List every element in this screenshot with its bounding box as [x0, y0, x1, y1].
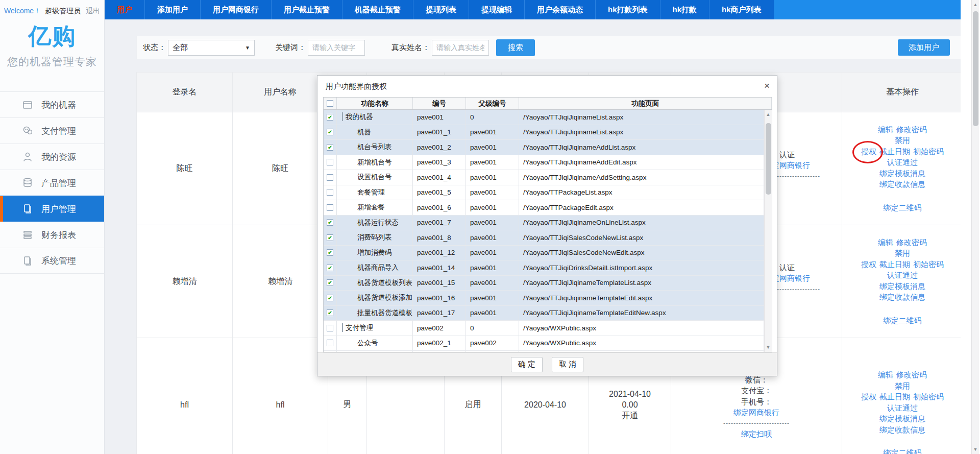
nav-tab[interactable]: 机器截止预警	[342, 0, 413, 19]
action-link[interactable]: 禁用	[895, 381, 910, 390]
action-link[interactable]: 绑定模板消息	[879, 169, 925, 178]
permission-checkbox[interactable]	[327, 174, 333, 181]
cert-text: 认证	[779, 262, 795, 273]
modal-scrollbar-thumb[interactable]	[766, 123, 771, 195]
action-link[interactable]: 认证通过	[887, 271, 918, 279]
action-link[interactable]: 修改密码	[896, 238, 927, 247]
bind-qrcode-link[interactable]: 绑定二维码	[884, 447, 922, 454]
bind-bank-link[interactable]: 绑定网商银行	[733, 407, 779, 418]
action-line: 认证通过	[886, 402, 919, 414]
action-link[interactable]: 初始密码	[913, 147, 944, 156]
page-scrollbar[interactable]: ▲ ▼	[971, 0, 979, 454]
permission-checkbox[interactable]	[327, 189, 333, 196]
bind-qrcode-link[interactable]: 绑定二维码	[884, 202, 922, 213]
permission-checkbox[interactable]	[327, 234, 333, 241]
action-link[interactable]: 编辑	[878, 125, 893, 134]
permission-checkbox[interactable]	[327, 309, 333, 316]
action-link[interactable]: 认证通过	[887, 403, 918, 412]
action-link[interactable]: 禁用	[895, 136, 910, 145]
scroll-up-icon[interactable]: ▲	[765, 112, 772, 117]
logout-link[interactable]: 退出	[86, 7, 100, 15]
keyword-input[interactable]	[308, 40, 365, 56]
nav-tab[interactable]: 提现列表	[413, 0, 469, 19]
action-link[interactable]: 编辑	[878, 370, 893, 379]
authorization-modal: 用户功能界面授权 × 功能名称 编号 父级编号 功能页面 我的机器pave001…	[317, 75, 777, 376]
action-link[interactable]: 修改密码	[896, 125, 927, 134]
action-link[interactable]: 授权	[861, 147, 876, 156]
nav-tab[interactable]: 用户余额动态	[525, 0, 596, 19]
collapse-icon[interactable]	[342, 323, 343, 332]
permission-checkbox[interactable]	[327, 340, 333, 346]
checkbox-cell	[324, 276, 337, 291]
sidebar-item[interactable]: 财务报表	[0, 222, 104, 248]
action-line: 授权截止日期初始密码	[860, 391, 945, 402]
action-link[interactable]: 授权	[861, 260, 876, 269]
modal-scrollbar[interactable]: ▲ ▼	[764, 110, 772, 352]
action-link[interactable]: 禁用	[895, 249, 910, 257]
action-link[interactable]: 初始密码	[913, 260, 944, 269]
bind-qrcode-link[interactable]: 绑定二维码	[884, 315, 922, 326]
nav-tab[interactable]: hk商户列表	[709, 0, 774, 19]
page-scrollbar-thumb[interactable]	[973, 11, 978, 126]
checkbox-cell	[324, 140, 337, 155]
scroll-up-icon[interactable]: ▲	[972, 2, 979, 7]
scroll-down-icon[interactable]: ▼	[765, 345, 772, 350]
search-button[interactable]: 搜索	[496, 39, 535, 56]
sidebar-item[interactable]: 我的机器	[0, 91, 104, 117]
permission-checkbox[interactable]	[327, 295, 333, 301]
modal-footer: 确 定 取 消	[317, 352, 777, 376]
permission-checkbox[interactable]	[327, 249, 333, 256]
permission-checkbox[interactable]	[327, 279, 333, 286]
permission-checkbox[interactable]	[327, 204, 333, 211]
collapse-icon[interactable]	[342, 112, 343, 121]
action-link[interactable]: 绑定收款信息	[879, 425, 925, 434]
sidebar-item[interactable]: 支付管理	[0, 117, 104, 144]
close-icon[interactable]: ×	[764, 80, 770, 91]
action-link[interactable]: 绑定模板消息	[879, 282, 925, 291]
nav-tab[interactable]: 提现编辑	[469, 0, 525, 19]
action-link[interactable]: 绑定模板消息	[879, 414, 925, 423]
nav-tab[interactable]: 用户截止预警	[272, 0, 342, 19]
action-link[interactable]: 截止日期	[879, 147, 910, 156]
permission-checkbox[interactable]	[327, 219, 333, 226]
action-link[interactable]: 编辑	[878, 238, 893, 247]
expire-line: 开通	[589, 410, 671, 421]
nav-tab[interactable]: hk打款列表	[596, 0, 660, 19]
action-link[interactable]: 授权	[861, 392, 876, 401]
status-select[interactable]: 全部 ▼	[168, 40, 255, 56]
checkbox-cell	[324, 291, 337, 305]
nav-tab[interactable]: 用户网商银行	[201, 0, 272, 19]
scroll-down-icon[interactable]: ▼	[972, 447, 979, 452]
bind-scan-link[interactable]: 绑定扫呗	[741, 428, 772, 440]
select-all-checkbox[interactable]	[327, 100, 333, 107]
nav-tab[interactable]: hk打款	[660, 0, 710, 19]
action-link[interactable]: 初始密码	[913, 392, 944, 401]
permission-page-cell: /Yaoyao/TTJiqiSalesCodeNewEdit.aspx	[519, 246, 764, 260]
permission-checkbox[interactable]	[327, 144, 333, 151]
permission-checkbox[interactable]	[327, 159, 333, 165]
permission-checkbox[interactable]	[327, 325, 333, 331]
action-link[interactable]: 认证通过	[887, 158, 918, 166]
action-link[interactable]: 截止日期	[879, 392, 910, 401]
action-line: 禁用	[893, 380, 912, 392]
action-link[interactable]: 修改密码	[896, 370, 927, 379]
permission-checkbox[interactable]	[327, 129, 333, 135]
permission-page-cell: /Yaoyao/TTPackageList.aspx	[519, 185, 764, 200]
realname-input[interactable]	[432, 40, 489, 56]
action-link[interactable]: 截止日期	[879, 260, 910, 269]
nav-tab[interactable]: 添加用户	[145, 0, 201, 19]
sidebar-item[interactable]: 系统管理	[0, 248, 104, 274]
cancel-button[interactable]: 取 消	[552, 357, 583, 372]
confirm-button[interactable]: 确 定	[511, 357, 543, 372]
action-link[interactable]: 绑定收款信息	[879, 293, 925, 301]
add-user-button[interactable]: 添加用户	[898, 39, 950, 56]
sidebar-item[interactable]: 我的资源	[0, 144, 104, 170]
nav-tab[interactable]: 用户	[105, 0, 145, 19]
sidebar-item[interactable]: 产品管理	[0, 170, 104, 196]
permission-name-cell: 机器货道模板添加	[337, 291, 413, 305]
sidebar-item[interactable]: 用户管理	[0, 196, 104, 222]
permission-checkbox[interactable]	[327, 114, 333, 121]
action-link[interactable]: 绑定收款信息	[879, 180, 925, 188]
permission-parent-cell: 0	[466, 321, 519, 336]
permission-checkbox[interactable]	[327, 265, 333, 271]
